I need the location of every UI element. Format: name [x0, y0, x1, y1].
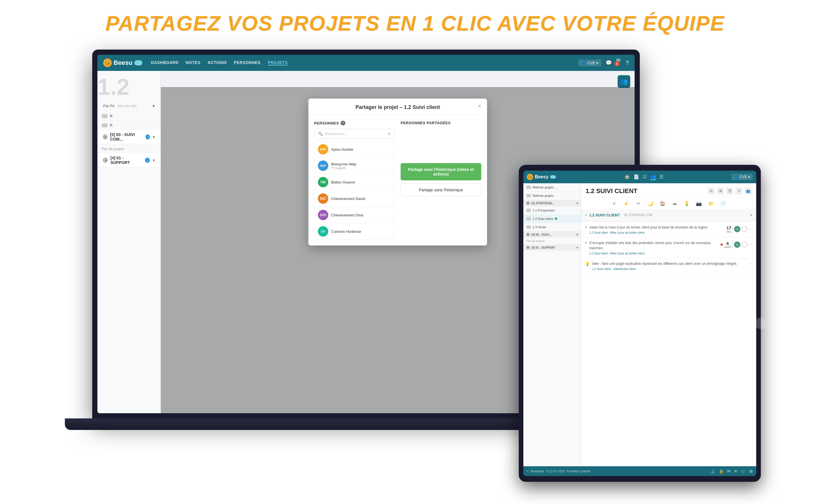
tablet-project-header: 1.2 SUIVI CLIENT ↻ ⚙ ☰ ↗ 👥: [581, 183, 756, 197]
chevron-down-icon: ▾: [576, 202, 578, 205]
note-type-icons: ≡ ⚡ ✏ 🌙 🏠 ⛰ 💡 📷 📁 📄: [581, 197, 756, 210]
section-header[interactable]: [4] 01 - SUPPORT ▾: [523, 244, 581, 251]
list-item[interactable]: 1.3 Vente: [523, 223, 581, 231]
document-icon[interactable]: 📄: [634, 174, 639, 180]
filter-btn[interactable]: ⚙: [717, 188, 724, 194]
tablet-user-btn[interactable]: 👤 CVE ▾: [731, 174, 753, 180]
list-item[interactable]: R: [97, 112, 161, 121]
mail-icon[interactable]: ✉: [727, 469, 731, 473]
list-item[interactable]: Refonte graphi...: [523, 183, 581, 192]
clear-icon[interactable]: ⊗: [388, 131, 391, 136]
section-header[interactable]: [5] STRATÉGIE... ▾: [523, 200, 581, 206]
bee-icon: 🐝: [527, 174, 533, 180]
share-btn[interactable]: ↗: [735, 188, 742, 194]
user-menu-btn[interactable]: 👤 CVE ▾: [579, 60, 601, 66]
note-icon-person[interactable]: 🏠: [659, 200, 666, 207]
expand-icon[interactable]: ▾: [750, 213, 752, 217]
list-item[interactable]: DCH Chevenement Dina: [314, 207, 394, 223]
list-item[interactable]: R: [97, 121, 161, 130]
list-item[interactable]: YBE Bellon Youenn: [314, 174, 394, 190]
note-icon-filter[interactable]: ⚡: [622, 200, 630, 207]
note-content: Julien fait la mise à jour du fichier cl…: [589, 225, 724, 230]
list-view-btn[interactable]: ☰: [726, 188, 733, 194]
search-box[interactable]: 🔍 Rechercher... ⊗: [314, 129, 395, 138]
anchor-icon[interactable]: ⚓: [710, 469, 715, 473]
note-icon-camera[interactable]: 📷: [695, 200, 703, 207]
chat-icon[interactable]: 💬: [606, 60, 612, 66]
note-icon-pencil[interactable]: ✏: [635, 200, 642, 207]
chevron-down-icon: ▾: [576, 246, 578, 249]
list-item[interactable]: CH Coisnon Hortense: [314, 223, 394, 240]
persons-list: AAP Apiou Aurélie HLP: [314, 141, 395, 240]
list-icon[interactable]: ☰: [660, 174, 663, 180]
note-icon-list[interactable]: ≡: [610, 200, 618, 207]
nav-projets[interactable]: PROJETS: [268, 60, 288, 65]
shared-persons-title: PERSONNES PARTAGÉES: [401, 121, 481, 125]
item-label: 1.2 Suivi client: [533, 217, 553, 220]
note-icon-bulb[interactable]: 💡: [683, 200, 691, 207]
lock-icon[interactable]: 🔒: [719, 469, 724, 473]
list-item[interactable]: HLP Beesy.me Help IT Support: [314, 158, 394, 174]
more-icon[interactable]: ···: [748, 242, 752, 247]
tablet-brand-name: Beesy: [535, 174, 548, 180]
check-icon[interactable]: ☑: [643, 174, 647, 180]
grid-icon: [526, 194, 531, 197]
section-title: [5] 00 - SUIVI COM...: [110, 132, 143, 141]
nav-personnes[interactable]: PERSONNES: [234, 60, 260, 65]
task-circle[interactable]: [741, 226, 747, 232]
grid-icon: [102, 123, 107, 127]
list-item[interactable]: 1.1 Prospection: [523, 206, 581, 215]
person-info: Beesy.me Help IT Support: [331, 162, 391, 170]
note-icon-mountain[interactable]: ⛰: [671, 200, 678, 207]
item-label: 1.1 Prospection: [533, 209, 554, 212]
tablet-bottom-version: 5.11.4 © 2020: [546, 470, 565, 473]
grid-icon: [526, 186, 531, 189]
note-content: Idée : faire une page explicative repren…: [592, 261, 746, 266]
section-header[interactable]: [4] 00 - SUIVI... ▾: [523, 231, 581, 238]
persons-icon[interactable]: 👥: [650, 174, 656, 180]
note-icon-doc[interactable]: 📄: [719, 200, 727, 207]
list-item[interactable]: [4] 01 - SUPPORT i ▾: [97, 153, 161, 167]
person-info: Chevenement David: [331, 196, 391, 201]
home-icon[interactable]: 🏠: [624, 174, 630, 180]
team-button[interactable]: 👥: [617, 75, 630, 88]
tablet: 🐝 Beesy 🏠 📄 ☑ 👥 ☰ 👤 CVE ▾: [519, 165, 761, 482]
list-item[interactable]: Refonte graphi...: [523, 192, 581, 200]
share-without-history-button[interactable]: Partage sans l'historique: [401, 183, 481, 196]
avatar: CH: [318, 226, 328, 237]
list-item[interactable]: 1.2 Suivi client: [523, 215, 581, 223]
more-icon[interactable]: ···: [748, 261, 752, 266]
nav-notes[interactable]: NOTES: [186, 60, 200, 65]
target-icon: [526, 233, 530, 236]
list-item[interactable]: DDC Chevenement David: [314, 190, 394, 207]
nav-actions[interactable]: ACTIONS: [208, 60, 227, 65]
more-icon[interactable]: ···: [748, 226, 752, 232]
note-icon-moon[interactable]: 🌙: [647, 200, 654, 207]
modal-close-button[interactable]: ×: [478, 103, 481, 109]
list-item[interactable]: [5] 00 - SUIVI COM... i ▾: [97, 130, 161, 144]
tablet-home-button[interactable]: [755, 318, 767, 329]
cloud-icon: [134, 60, 142, 65]
help-icon[interactable]: ?: [341, 121, 345, 125]
refresh-btn[interactable]: ↻: [708, 188, 715, 194]
list-item[interactable]: AAP Apiou Aurélie: [314, 141, 394, 158]
share-with-history-button[interactable]: Partage avec l'historique (notes et acti…: [401, 163, 481, 180]
tablet-bottom-brand: BeesApps: [531, 470, 544, 473]
note-icon-folder[interactable]: 📁: [707, 200, 715, 207]
cart-icon[interactable]: 🛒: [741, 469, 746, 473]
filter-expand-icon[interactable]: ▾: [153, 103, 155, 108]
help-icon[interactable]: ?: [626, 60, 629, 66]
group-btn[interactable]: 👥: [745, 188, 752, 194]
close-icon[interactable]: ✕: [734, 469, 737, 473]
nav-right: 👤 CVE ▾ 💬 ✉ 6 ?: [579, 57, 629, 69]
nav-dashboard[interactable]: DASHBOARD: [151, 60, 179, 65]
target-icon: [103, 158, 107, 162]
grid-icon[interactable]: ⊞: [749, 469, 753, 473]
person-name: Chevenement David: [331, 196, 391, 201]
target-icon: [526, 246, 530, 249]
note-item: ≡ S'occuper d'établir une liste des pote…: [581, 238, 756, 258]
task-circle[interactable]: [741, 242, 747, 248]
devices-container: 🐝 Beesu DASHBOARD NOTES ACTIONS PERSONNE…: [69, 50, 761, 482]
section-label: [4] 00 - SUIVI...: [532, 233, 551, 236]
filter-row: Par Pri ▾: [97, 100, 161, 112]
